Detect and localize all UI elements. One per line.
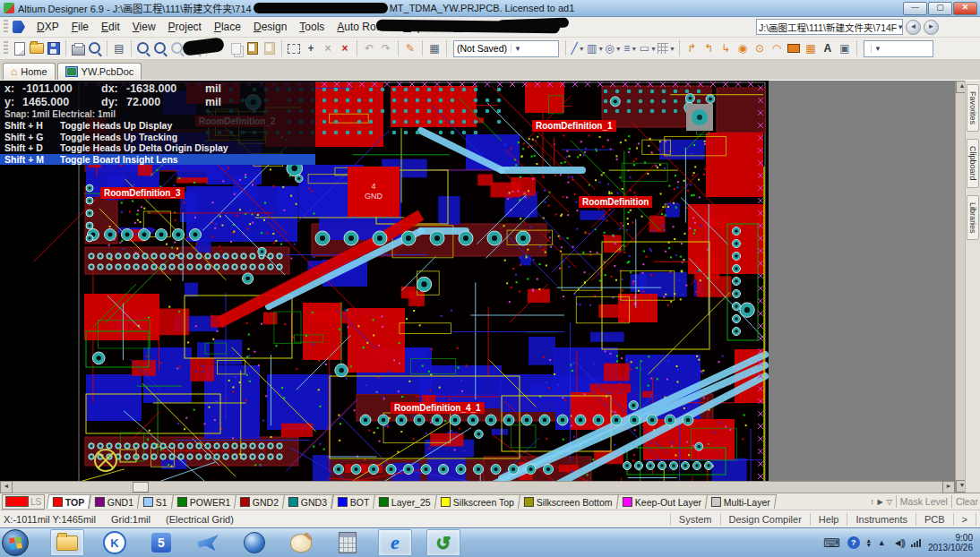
language-icon[interactable]: ▴▾ — [867, 538, 871, 547]
maximize-button[interactable]: ▢ — [928, 2, 952, 15]
redo-button[interactable]: ↷ — [378, 39, 394, 57]
panel-tab-libraries[interactable]: Libraries — [967, 195, 979, 241]
horizontal-scrollbar[interactable]: ◄ ► — [0, 481, 955, 493]
move-selection-button[interactable]: + — [303, 39, 319, 57]
wire-tool-button[interactable]: ╱▼ — [570, 39, 586, 57]
network-signal-icon[interactable] — [911, 539, 921, 547]
panel-tab-clipboard[interactable]: Clipboard — [967, 139, 979, 188]
pcb-canvas[interactable]: x: -1011.000 dx: -1638.000 mil y: 1465.0… — [0, 81, 955, 481]
cancel-button[interactable]: × — [337, 39, 353, 57]
route-multi-button[interactable]: ↰ — [701, 39, 717, 57]
room-definition-label[interactable]: RoomDefinition — [579, 196, 652, 208]
menu-tools[interactable]: Tools — [293, 19, 331, 35]
layer-tab-gnd3[interactable]: GND3 — [282, 494, 333, 509]
layer-tab-gnd2[interactable]: GND2 — [234, 494, 285, 509]
layer-pair-button[interactable]: ▥▼ — [587, 39, 604, 57]
statusbar-button-system[interactable]: System — [670, 513, 720, 526]
menu-view[interactable]: View — [126, 19, 162, 35]
help-tray-icon[interactable]: ? — [847, 536, 860, 549]
menu-place[interactable]: Place — [208, 19, 247, 35]
k-app-button[interactable]: K — [99, 530, 131, 555]
menu-design[interactable]: Design — [247, 19, 293, 35]
place-fill-button[interactable] — [786, 39, 802, 57]
app-5-button[interactable]: 5 — [145, 530, 177, 555]
green-app-button[interactable]: ↺ — [426, 529, 460, 556]
bird-app-button[interactable] — [192, 530, 224, 555]
explorer-button[interactable] — [50, 529, 84, 556]
statusbar-button-instruments[interactable]: Instruments — [847, 513, 915, 526]
taskbar-clock[interactable]: 9:00 2013/10/26 — [928, 533, 973, 553]
paste-array-button[interactable] — [262, 39, 278, 57]
scroll-right-button[interactable]: ► — [942, 481, 955, 493]
capture-button[interactable]: ▦ — [426, 39, 443, 57]
workspace-background[interactable] — [769, 81, 955, 481]
route-diff-button[interactable]: ↳ — [718, 39, 734, 57]
new-file-button[interactable] — [12, 39, 28, 57]
ie-browser-button[interactable]: e — [378, 529, 412, 556]
horizontal-scroll-thumb[interactable] — [133, 482, 149, 493]
grid-tool-button[interactable]: ▼ — [658, 39, 675, 57]
vertical-scrollbar[interactable]: ▲ ▼ — [955, 81, 965, 493]
snap-tool-button[interactable]: ▭▼ — [640, 39, 657, 57]
globe-app-button[interactable] — [238, 530, 271, 555]
layer-tab-power1[interactable]: POWER1 — [171, 494, 237, 509]
zoom-area-button[interactable] — [152, 39, 168, 57]
print-button[interactable] — [70, 39, 86, 57]
save-file-button[interactable] — [46, 39, 62, 57]
room-definition-label[interactable]: RoomDefinition_1 — [532, 120, 616, 132]
address-combo[interactable]: J:\画图工程\111\新建文件夹\714F ▼ — [756, 19, 903, 35]
keyboard-icon[interactable]: ⌨ — [823, 536, 840, 550]
select-area-button[interactable] — [286, 39, 302, 57]
layer-tab-gnd1[interactable]: GND1 — [89, 494, 140, 509]
room-definition-label[interactable]: RoomDefinition_4_1 — [391, 402, 485, 414]
chevron-down-icon[interactable]: ▼ — [897, 23, 903, 31]
dxp-icon[interactable] — [13, 21, 25, 33]
layer-scroll-icon[interactable]: ↕ — [870, 498, 873, 506]
layer-tab-silkscreen-bottom[interactable]: Silkscreen Bottom — [518, 494, 619, 509]
statusbar-button-pcb[interactable]: PCB — [916, 513, 953, 526]
variant-combo[interactable]: ▼ — [864, 40, 933, 57]
menu-file[interactable]: File — [65, 19, 95, 35]
highlight-pen-button[interactable]: ✎ — [402, 39, 418, 57]
nav-forward-button[interactable]: ► — [924, 20, 939, 35]
layer-tab-multi-layer[interactable]: Multi-Layer — [705, 494, 777, 509]
paint-app-button[interactable] — [285, 530, 317, 555]
layer-next-icon[interactable]: ▶ — [877, 498, 882, 506]
menu-dxp[interactable]: DXP — [30, 19, 65, 35]
find-similar-button[interactable]: ◎▼ — [605, 39, 621, 57]
start-button[interactable] — [2, 529, 29, 556]
volume-icon[interactable]: ◄)) — [893, 537, 904, 548]
undo-button[interactable]: ↶ — [361, 39, 377, 57]
layer-set-button[interactable]: LS — [2, 494, 45, 510]
place-string-button[interactable]: A — [820, 39, 836, 57]
layer-tab-layer-25[interactable]: Layer_25 — [373, 494, 437, 509]
layer-tab-s1[interactable]: S1 — [137, 494, 174, 509]
route-track-button[interactable]: ↱ — [683, 39, 700, 57]
place-pad-button[interactable]: ◉ — [735, 39, 751, 57]
layer-stack-button[interactable]: ▤ — [111, 39, 127, 57]
title-bar[interactable]: Altium Designer 6.9 - J:\画图工程\111\新建文件夹\… — [0, 0, 980, 17]
mask-level-button[interactable]: Mask Level — [900, 496, 948, 507]
statusbar-button-help[interactable]: Help — [810, 513, 847, 526]
copy-button[interactable] — [228, 39, 244, 57]
clear-filter-button[interactable]: × — [320, 39, 336, 57]
show-hidden-icons[interactable]: ▲ — [878, 538, 886, 547]
place-array-button[interactable]: ▦ — [803, 39, 819, 57]
close-button[interactable]: ✕ — [953, 2, 977, 15]
docname-combo[interactable]: (Not Saved)▼ — [453, 40, 559, 57]
nav-back-button[interactable]: ◄ — [906, 20, 921, 35]
calculator-button[interactable] — [331, 530, 364, 555]
print-preview-button[interactable] — [87, 39, 103, 57]
layer-tab-silkscreen-top[interactable]: Silkscreen Top — [434, 494, 520, 509]
zoom-window-button[interactable] — [135, 39, 151, 57]
scroll-left-button[interactable]: ◄ — [0, 481, 13, 493]
statusbar-button-design-compiler[interactable]: Design Compiler — [720, 513, 810, 526]
tab-home[interactable]: ⌂Home — [3, 63, 56, 80]
panel-tab-favorites[interactable]: Favorites — [967, 84, 979, 132]
align-tool-button[interactable]: ≡▼ — [623, 39, 639, 57]
room-definition-label[interactable]: RoomDefinition_3 — [100, 187, 185, 199]
minimize-button[interactable]: — — [903, 2, 927, 15]
menu-project[interactable]: Project — [162, 19, 208, 35]
place-arc-button[interactable]: ◠ — [769, 39, 785, 57]
paste-button[interactable] — [245, 39, 261, 57]
